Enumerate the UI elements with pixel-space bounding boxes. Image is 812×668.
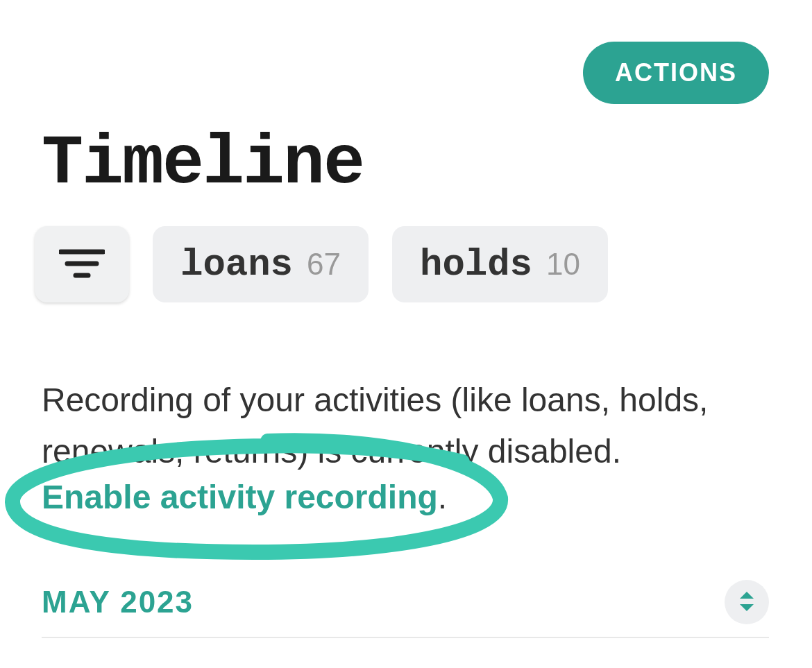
filter-chip-holds[interactable]: holds 10 [392,226,608,302]
section-header: MAY 2023 [42,580,769,624]
filters-row: loans 67 holds 10 [35,226,608,302]
page-title: Timeline [42,125,364,203]
sort-icon [737,590,756,615]
period: . [438,479,447,515]
filter-button[interactable] [35,226,129,302]
filter-chip-count: 10 [546,247,580,282]
filter-chip-label: holds [420,243,532,286]
divider [42,637,769,638]
enable-activity-recording-link[interactable]: Enable activity recording [42,479,438,515]
filter-chip-loans[interactable]: loans 67 [153,226,369,302]
recording-status-text: Recording of your activities (like loans… [42,375,770,478]
filter-chip-count: 67 [307,247,341,282]
filter-chip-label: loans [180,243,293,286]
info-block: Recording of your activities (like loans… [42,375,770,516]
filter-icon [59,248,105,282]
actions-button[interactable]: ACTIONS [583,42,769,104]
month-label: MAY 2023 [42,585,194,619]
sort-button[interactable] [725,580,769,624]
